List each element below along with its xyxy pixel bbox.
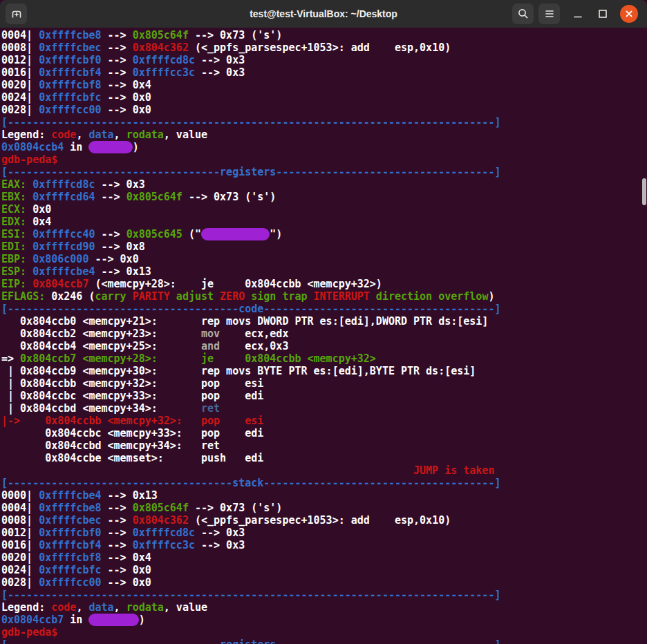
terminal-line: JUMP is taken	[1, 464, 647, 477]
terminal-text: --> 0x13	[102, 489, 158, 502]
terminal-line: gdb-peda$	[1, 626, 647, 638]
terminal-text: 0xffffcbf8	[39, 551, 101, 564]
terminal-line: [------------------------------------sta…	[1, 477, 647, 489]
terminal-text: 0x4	[32, 216, 51, 228]
terminal-text: --> 0x3	[195, 66, 245, 79]
terminal-text: [-------------------------------------co…	[1, 303, 500, 315]
terminal-text: )	[133, 141, 139, 153]
terminal-text: [------------------------------------sta…	[1, 477, 500, 489]
terminal-output-pre: 0004| 0xffffcbe8 --> 0x805c64f --> 0x73 …	[0, 28, 647, 644]
terminal-text: rodata	[126, 601, 164, 614]
close-button[interactable]	[618, 3, 639, 24]
terminal-line: ESI: 0xffffcc40 --> 0x805c645 (" ")	[1, 228, 647, 240]
terminal-text: sign trap	[245, 290, 313, 303]
terminal-text: 0x804ccb7	[32, 278, 88, 290]
terminal-line: | 0x804ccbd <memcpy+34>: ret	[1, 402, 647, 415]
terminal-line: [----------------------------------regis…	[1, 166, 647, 178]
terminal-line: 0012| 0xffffcbf0 --> 0xffffcd8c --> 0x3	[1, 54, 647, 66]
scrollbar-thumb[interactable]	[642, 178, 646, 205]
terminal-text: 0xffffcbe8	[39, 502, 101, 514]
terminal-text: ,	[76, 129, 88, 141]
terminal-text: -->	[102, 502, 133, 514]
terminal-line: 0028| 0xffffcc00 --> 0x0	[1, 576, 647, 589]
terminal-text: 0x805c64f	[133, 29, 189, 41]
terminal-text: 0x804c362	[133, 41, 189, 54]
terminal-text: adjust	[170, 290, 220, 303]
terminal-text: 0004|	[1, 502, 39, 514]
terminal-line: EBX: 0xffffcd64 --> 0x805c64f --> 0x73 (…	[1, 191, 647, 203]
terminal-text: =>	[1, 352, 20, 365]
terminal-line: 0016| 0xffffcbf4 --> 0xffffcc3c --> 0x3	[1, 539, 647, 551]
terminal-text: ecx,0x3	[220, 340, 288, 352]
terminal-line: 0004| 0xffffcbe8 --> 0x805c64f --> 0x73 …	[1, 502, 647, 514]
terminal-text: ESP:	[1, 265, 32, 278]
terminal-text: code	[51, 129, 76, 141]
terminal-text: 0xffffcc3c	[133, 539, 195, 551]
terminal-text: 0028|	[1, 576, 39, 589]
terminal-text: 0xffffcbf4	[39, 66, 101, 79]
terminal-line: 0x804ccbe <memset>: push edi	[1, 452, 647, 464]
terminal[interactable]: 0004| 0xffffcbe8 --> 0x805c64f --> 0x73 …	[0, 28, 647, 644]
terminal-text: 0x805c64f	[133, 502, 189, 514]
terminal-line: gdb-peda$	[1, 153, 647, 166]
titlebar: test@test-VirtualBox: ~/Desktop	[0, 0, 647, 28]
redaction-blob	[88, 614, 138, 626]
terminal-text: code	[51, 601, 76, 614]
maximize-button[interactable]	[593, 3, 612, 24]
terminal-text: -->	[102, 527, 133, 539]
search-icon	[517, 8, 529, 20]
terminal-text: 0xffffcbe8	[39, 29, 101, 41]
terminal-line: | 0x804ccbc <memcpy+33>: pop edi	[1, 390, 647, 402]
terminal-text: and	[201, 340, 220, 352]
terminal-text: -->	[102, 54, 133, 66]
new-tab-button[interactable]	[6, 3, 27, 24]
terminal-line: 0x0804ccb7 in )	[1, 614, 647, 626]
terminal-text: 0x804ccb0 <memcpy+21>: rep movs DWORD PT…	[1, 315, 488, 328]
terminal-text: [----------------------------------regis…	[1, 166, 500, 178]
terminal-text: ,	[114, 129, 126, 141]
terminal-text: --> 0x0	[102, 104, 151, 116]
minimize-button[interactable]	[568, 3, 588, 24]
terminal-line: 0008| 0xffffcbec --> 0x804c362 (<_ppfs_p…	[1, 41, 647, 54]
terminal-line: ESP: 0xffffcbe4 --> 0x13	[1, 265, 647, 278]
terminal-text: 0xffffcbe4	[39, 489, 101, 502]
terminal-line: 0024| 0xffffcbfc --> 0x0	[1, 91, 647, 104]
terminal-text: rodata	[126, 129, 164, 141]
terminal-text: 0016|	[1, 539, 39, 551]
terminal-line: 0x804ccb2 <memcpy+23>: mov ecx,edx	[1, 328, 647, 340]
terminal-text: 0xffffcbf4	[39, 539, 101, 551]
menu-button[interactable]	[538, 3, 560, 24]
terminal-text: [----------------------------------regis…	[1, 638, 500, 644]
terminal-text: 0xffffcc3c	[133, 66, 195, 79]
search-button[interactable]	[512, 3, 534, 24]
terminal-text: EDI:	[1, 240, 32, 253]
terminal-text: ECX:	[1, 203, 32, 216]
terminal-text: 0x246 (	[51, 290, 95, 303]
terminal-line: 0028| 0xffffcc00 --> 0x0	[1, 104, 647, 116]
terminal-line: 0x804ccbc <memcpy+33>: pop edi	[1, 427, 647, 439]
hamburger-menu-icon	[543, 8, 556, 20]
terminal-line: ECX: 0x0	[1, 203, 647, 216]
terminal-line: 0000| 0xffffcbe4 --> 0x13	[1, 489, 647, 502]
terminal-text: -->	[95, 228, 126, 240]
terminal-line: [---------------------------------------…	[1, 589, 647, 601]
terminal-line: 0x804ccb0 <memcpy+21>: rep movs DWORD PT…	[1, 315, 647, 328]
terminal-text: 0x805c64f	[126, 191, 182, 203]
terminal-text: EBP:	[1, 253, 32, 265]
terminal-text: 0x804ccb7 <memcpy+28>: je 0x804ccbb <mem…	[20, 352, 376, 365]
terminal-text: JUMP is taken	[1, 464, 494, 477]
terminal-text: 0004|	[1, 29, 39, 41]
terminal-text: 0xffffcd8c	[133, 54, 195, 66]
terminal-text: 0x804ccbe <memset>: push edi	[1, 452, 263, 464]
terminal-text: |-> 0x804ccbb <memcpy+32>: pop esi	[1, 415, 263, 427]
terminal-text: in	[64, 614, 88, 626]
terminal-line: 0020| 0xffffcbf8 --> 0x4	[1, 79, 647, 91]
close-icon	[620, 5, 638, 23]
terminal-line: EDI: 0xffffcd90 --> 0x8	[1, 240, 647, 253]
terminal-line: EBP: 0x806c000 --> 0x0	[1, 253, 647, 265]
terminal-text: --> 0x73 ('s')	[182, 191, 276, 203]
terminal-text: 0024|	[1, 91, 39, 104]
terminal-line: [---------------------------------------…	[1, 116, 647, 129]
terminal-text: 0xffffcbfc	[39, 564, 101, 576]
terminal-text: --> 0x0	[102, 576, 151, 589]
